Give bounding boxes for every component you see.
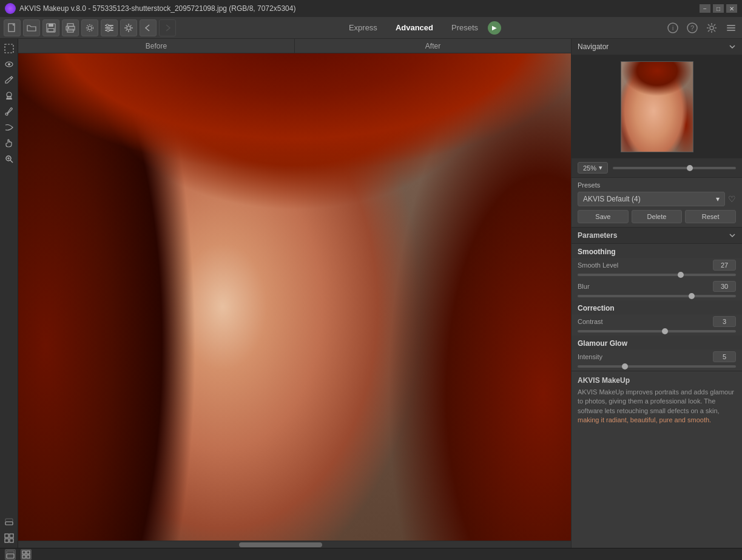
intensity-thumb[interactable] bbox=[622, 363, 628, 369]
eyedropper-tool[interactable] bbox=[2, 104, 16, 119]
blur-slider[interactable] bbox=[578, 295, 736, 297]
svg-line-28 bbox=[10, 78, 12, 79]
menu-button[interactable] bbox=[724, 21, 738, 35]
eye-tool[interactable] bbox=[2, 57, 16, 72]
preset-buttons: Save Delete Reset bbox=[578, 210, 736, 223]
back-button[interactable] bbox=[140, 19, 157, 36]
contrast-slider-row bbox=[572, 329, 742, 336]
canvas-area: Before After bbox=[18, 39, 571, 548]
contrast-row: Contrast 3 bbox=[572, 314, 742, 329]
intensity-slider[interactable] bbox=[578, 365, 736, 368]
delete-preset-button[interactable]: Delete bbox=[632, 210, 683, 223]
blur-value[interactable]: 30 bbox=[713, 281, 736, 292]
forward-button[interactable] bbox=[159, 19, 176, 36]
reset-preset-button[interactable]: Reset bbox=[685, 210, 736, 223]
bottom-layer-icon bbox=[6, 550, 15, 559]
description-title: AKVIS MakeUp bbox=[578, 376, 736, 385]
presets-label: Presets bbox=[578, 181, 736, 189]
preferences-button[interactable] bbox=[704, 21, 719, 35]
zoom-slider-thumb[interactable] bbox=[687, 165, 693, 171]
correction-title: Correction bbox=[572, 300, 742, 314]
svg-rect-38 bbox=[5, 519, 13, 522]
open-button[interactable] bbox=[23, 19, 40, 36]
svg-rect-37 bbox=[5, 522, 13, 525]
status-btn2[interactable] bbox=[21, 549, 32, 560]
zoom-tool[interactable] bbox=[2, 152, 16, 166]
settings2-button[interactable] bbox=[101, 19, 118, 36]
description-section: AKVIS MakeUp AKVIS MakeUp improves portr… bbox=[572, 371, 742, 430]
tab-presets[interactable]: Presets bbox=[443, 21, 487, 35]
main-area: Before After Navigator 25% ▾ bbox=[0, 39, 742, 548]
help-button[interactable]: ? bbox=[685, 21, 700, 35]
svg-point-27 bbox=[8, 63, 10, 66]
title-bar: AKVIS Makeup v.8.0 - 575335123-shutterst… bbox=[0, 0, 742, 17]
smooth-level-slider[interactable] bbox=[578, 274, 736, 276]
blur-slider-row bbox=[572, 294, 742, 300]
tab-express[interactable]: Express bbox=[340, 21, 386, 35]
layer-button[interactable] bbox=[2, 514, 16, 528]
description-text: AKVIS MakeUp improves portraits and adds… bbox=[578, 388, 736, 425]
grid-button[interactable] bbox=[2, 531, 16, 545]
settings3-button[interactable] bbox=[120, 19, 137, 36]
svg-rect-25 bbox=[5, 44, 13, 53]
contrast-thumb[interactable] bbox=[662, 328, 668, 334]
minimize-button[interactable]: − bbox=[700, 4, 710, 13]
smooth-level-thumb[interactable] bbox=[678, 272, 684, 278]
svg-line-34 bbox=[10, 160, 13, 163]
hand-tool[interactable] bbox=[2, 136, 16, 150]
settings1-button[interactable] bbox=[81, 19, 98, 36]
navigator-preview bbox=[572, 55, 742, 158]
favorite-button[interactable]: ♡ bbox=[728, 194, 736, 204]
side-tools bbox=[0, 39, 18, 548]
play-button[interactable]: ▶ bbox=[488, 21, 501, 35]
intensity-value[interactable]: 5 bbox=[713, 351, 736, 362]
svg-rect-42 bbox=[10, 539, 13, 542]
parameters-header[interactable]: Parameters bbox=[572, 228, 742, 244]
zoom-display[interactable]: 25% ▾ bbox=[578, 162, 608, 174]
brush-tool[interactable] bbox=[2, 73, 16, 87]
zoom-slider[interactable] bbox=[613, 167, 736, 169]
navigator-thumbnail bbox=[621, 61, 693, 152]
svg-rect-2 bbox=[49, 24, 53, 27]
status-btn1[interactable] bbox=[5, 549, 16, 560]
svg-point-9 bbox=[87, 24, 93, 31]
close-button[interactable]: ✕ bbox=[726, 4, 737, 13]
svg-point-13 bbox=[106, 24, 109, 27]
smudge-tool[interactable] bbox=[2, 120, 16, 135]
help-icon: ? bbox=[687, 22, 698, 33]
title-bar-controls: − □ ✕ bbox=[700, 4, 737, 13]
preset-row: AKVIS Default (4) ▾ ♡ bbox=[578, 192, 736, 206]
intensity-label: Intensity bbox=[578, 353, 708, 360]
blur-row: Blur 30 bbox=[572, 279, 742, 294]
svg-rect-24 bbox=[727, 30, 735, 31]
tab-advanced[interactable]: Advanced bbox=[387, 21, 442, 35]
before-tab: Before bbox=[18, 39, 295, 53]
svg-point-15 bbox=[107, 29, 109, 32]
smooth-level-value[interactable]: 27 bbox=[713, 260, 736, 271]
new-button[interactable] bbox=[4, 19, 21, 36]
save-button[interactable] bbox=[42, 19, 59, 36]
svg-point-16 bbox=[127, 26, 130, 30]
maximize-button[interactable]: □ bbox=[713, 4, 724, 13]
preset-dropdown[interactable]: AKVIS Default (4) ▾ bbox=[578, 192, 725, 206]
canvas-scrollbar-thumb[interactable] bbox=[239, 542, 322, 547]
select-all-tool[interactable] bbox=[2, 41, 16, 56]
contrast-value[interactable]: 3 bbox=[713, 316, 736, 327]
info-button[interactable]: i bbox=[666, 21, 680, 35]
svg-rect-22 bbox=[727, 25, 735, 26]
print-button[interactable] bbox=[62, 19, 79, 36]
stamp-tool[interactable] bbox=[2, 89, 16, 103]
save-preset-button[interactable]: Save bbox=[578, 210, 629, 223]
canvas-content[interactable] bbox=[18, 53, 571, 541]
svg-point-8 bbox=[88, 26, 92, 30]
title-text: AKVIS Makeup v.8.0 - 575335123-shutterst… bbox=[19, 4, 295, 13]
contrast-slider[interactable] bbox=[578, 330, 736, 332]
toolbar-right: i ? bbox=[666, 21, 738, 35]
svg-rect-45 bbox=[22, 551, 25, 554]
svg-rect-7 bbox=[67, 27, 69, 29]
svg-rect-3 bbox=[48, 29, 54, 32]
smooth-level-label: Smooth Level bbox=[578, 261, 708, 269]
canvas-scrollbar[interactable] bbox=[18, 541, 571, 548]
svg-rect-23 bbox=[727, 27, 735, 29]
blur-thumb[interactable] bbox=[689, 293, 695, 299]
